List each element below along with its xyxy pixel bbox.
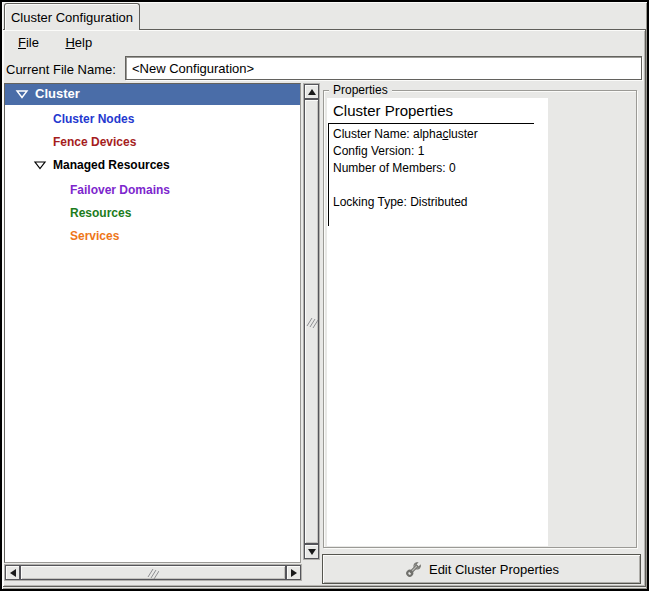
properties-heading: Cluster Properties [333,102,453,119]
tree-item-label: Services [70,229,119,243]
tree-horizontal-scrollbar[interactable] [4,564,302,581]
tree-item-label: Failover Domains [70,183,170,197]
scroll-down-button[interactable] [304,544,319,559]
tree-item-resources[interactable]: Resources [5,203,300,224]
cluster-name-line: Cluster Name: alphacluster [333,126,538,143]
horizontal-scrollbar-thumb[interactable] [20,565,286,580]
config-version-line: Config Version: 1 [333,143,538,160]
tree-vertical-scrollbar[interactable] [303,83,320,560]
scroll-up-button[interactable] [304,84,319,99]
properties-frame-label: Properties [329,83,392,97]
members-line: Number of Members: 0 [333,160,538,177]
arrow-right-icon [291,569,297,577]
scroll-left-button[interactable] [5,565,20,580]
tree-item-label: Resources [70,206,131,220]
arrow-down-icon [308,549,316,555]
tree-item-cluster[interactable]: Cluster [5,84,300,105]
menubar: File Help [4,32,644,55]
tree-item-fence-devices[interactable]: Fence Devices [5,132,300,153]
tree-item-label: Managed Resources [53,158,170,172]
grip-icon [306,316,318,328]
tree-item-services[interactable]: Services [5,226,300,247]
scroll-right-button[interactable] [286,565,301,580]
menu-help[interactable]: Help [57,32,100,53]
edit-cluster-properties-button[interactable]: Edit Cluster Properties [322,554,641,584]
menu-file[interactable]: File [10,32,47,53]
tab-label: Cluster Configuration [11,10,133,25]
current-file-name-label: Current File Name: [6,62,116,77]
current-file-name-input[interactable] [125,56,642,80]
edit-cluster-properties-label: Edit Cluster Properties [429,562,559,577]
arrow-left-icon [10,569,16,577]
expander-open-icon[interactable] [33,158,47,172]
blank-line [333,177,538,194]
tree-item-label: Fence Devices [53,135,136,149]
tree-item-failover-domains[interactable]: Failover Domains [5,180,300,201]
grip-icon [147,567,159,579]
vertical-scrollbar-thumb[interactable] [304,99,319,544]
properties-text-block: Cluster Name: alphacluster Config Versio… [328,123,538,226]
arrow-up-icon [308,89,316,95]
tree-item-label: Cluster [35,86,80,101]
cluster-configuration-window: Cluster Configuration File Help Current … [0,0,649,591]
wrench-icon [404,560,423,579]
expander-open-icon[interactable] [15,87,29,101]
tree-item-cluster-nodes[interactable]: Cluster Nodes [5,109,300,130]
locking-type-line: Locking Type: Distributed [333,194,538,211]
tree-item-managed-resources[interactable]: Managed Resources [5,155,300,176]
tab-cluster-configuration[interactable]: Cluster Configuration [4,3,140,30]
properties-content: Cluster Properties Cluster Name: alphacl… [327,98,548,546]
cluster-tree: Cluster Cluster Nodes Fence Devices Mana… [4,83,301,563]
tree-item-label: Cluster Nodes [53,112,134,126]
